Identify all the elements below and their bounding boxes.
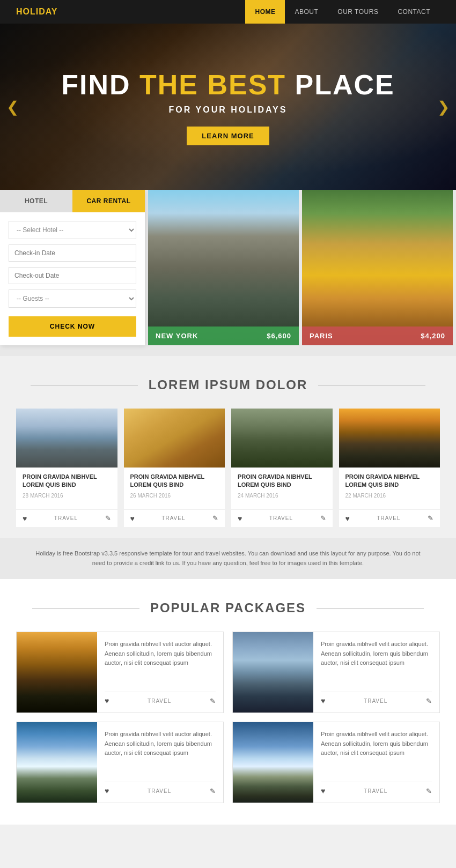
paris-city: PARIS: [310, 332, 333, 340]
package-footer-3: ♥ TRAVEL ✎: [105, 782, 216, 795]
tour-date-4: 22 MARCH 2016: [345, 493, 434, 499]
hero-title-part2: PLACE: [286, 69, 395, 100]
newyork-label: NEW YORK $6,600: [148, 327, 299, 345]
checkout-input[interactable]: [9, 267, 136, 284]
package-tag-3: TRAVEL: [113, 788, 205, 794]
package-content-3: Proin gravida nibhvell velit auctor aliq…: [97, 722, 223, 803]
booking-section: HOTEL CAR RENTAL -- Select Hotel -- -- G…: [0, 190, 456, 356]
nav-link-home[interactable]: HOME: [245, 0, 285, 24]
booking-panel: HOTEL CAR RENTAL -- Select Hotel -- -- G…: [0, 190, 145, 345]
package-tag-1: TRAVEL: [113, 698, 205, 704]
package-edit-icon-2[interactable]: ✎: [426, 697, 432, 705]
package-content-1: Proin gravida nibhvell velit auctor aliq…: [97, 632, 223, 713]
hero-section: ❮ FIND THE BEST PLACE FOR YOUR HOLIDAYS …: [0, 24, 456, 190]
hero-title: FIND THE BEST PLACE: [61, 69, 395, 101]
popular-section: POPULAR PACKAGES Proin gravida nibhvell …: [0, 579, 456, 825]
guests-select[interactable]: -- Guests --: [9, 290, 136, 308]
package-footer-1: ♥ TRAVEL ✎: [105, 692, 216, 705]
section1-line-left: [31, 385, 138, 385]
tour-title-4: PROIN GRAVIDA NIBHVEL LOREM QUIS BIND: [345, 473, 434, 489]
tour-card-3: PROIN GRAVIDA NIBHVEL LOREM QUIS BIND 24…: [231, 409, 333, 527]
package-image-1: [17, 632, 97, 713]
tour-heart-icon-3[interactable]: ♥: [238, 514, 242, 523]
tour-footer-3: ♥ TRAVEL ✎: [231, 509, 333, 527]
nav-link-about[interactable]: ABOUT: [285, 0, 328, 24]
package-desc-4: Proin gravida nibhvell velit auctor aliq…: [321, 730, 432, 758]
hero-prev-arrow[interactable]: ❮: [6, 98, 19, 116]
hero-cta-button[interactable]: LEARN MORE: [187, 127, 269, 145]
tour-heart-icon-1[interactable]: ♥: [23, 514, 27, 523]
site-logo: HOLIDAY: [16, 7, 245, 17]
package-desc-3: Proin gravida nibhvell velit auctor aliq…: [105, 730, 216, 758]
package-edit-icon-4[interactable]: ✎: [426, 787, 432, 795]
tour-date-1: 28 MARCH 2016: [23, 493, 111, 499]
description-text: Holiday is free Bootstrap v3.3.5 respons…: [32, 548, 424, 568]
nav-link-tours[interactable]: OUR TOURS: [328, 0, 388, 24]
paris-image: [302, 190, 453, 345]
hotel-select[interactable]: -- Select Hotel --: [9, 221, 136, 239]
package-card-1: Proin gravida nibhvell velit auctor aliq…: [16, 632, 224, 713]
destinations-list: NEW YORK $6,600 PARIS $4,200: [145, 190, 456, 345]
package-card-4: Proin gravida nibhvell velit auctor aliq…: [232, 722, 440, 803]
newyork-price: $6,600: [267, 332, 291, 340]
tour-tag-2: TRAVEL: [139, 515, 208, 521]
tour-content-2: PROIN GRAVIDA NIBHVEL LOREM QUIS BIND 26…: [124, 468, 225, 509]
tour-image-2: [124, 409, 225, 468]
tour-tag-3: TRAVEL: [246, 515, 315, 521]
tour-title-1: PROIN GRAVIDA NIBHVEL LOREM QUIS BIND: [23, 473, 111, 489]
tour-date-2: 26 MARCH 2016: [130, 493, 219, 499]
tour-title-3: PROIN GRAVIDA NIBHVEL LOREM QUIS BIND: [238, 473, 326, 489]
booking-form: -- Select Hotel -- -- Guests -- CHECK NO…: [0, 212, 145, 345]
package-image-2: [233, 632, 313, 713]
destination-newyork: NEW YORK $6,600: [148, 190, 299, 345]
nav-link-contact[interactable]: CONTACT: [388, 0, 440, 24]
hero-title-part1: FIND: [61, 69, 139, 100]
tour-heart-icon-2[interactable]: ♥: [130, 514, 135, 523]
package-heart-icon-1[interactable]: ♥: [105, 696, 109, 705]
tour-edit-icon-4[interactable]: ✎: [428, 514, 433, 522]
tour-heart-icon-4[interactable]: ♥: [345, 514, 350, 523]
section1-title-wrap: LOREM IPSUM DOLOR: [0, 356, 456, 409]
tour-tag-1: TRAVEL: [31, 515, 100, 521]
package-footer-2: ♥ TRAVEL ✎: [321, 692, 432, 705]
tour-content-3: PROIN GRAVIDA NIBHVEL LOREM QUIS BIND 24…: [231, 468, 333, 509]
tour-tag-4: TRAVEL: [354, 515, 423, 521]
package-heart-icon-4[interactable]: ♥: [321, 787, 325, 795]
description-section: Holiday is free Bootstrap v3.3.5 respons…: [0, 538, 456, 579]
tour-footer-2: ♥ TRAVEL ✎: [124, 509, 225, 527]
tour-edit-icon-3[interactable]: ✎: [320, 514, 326, 522]
package-footer-4: ♥ TRAVEL ✎: [321, 782, 432, 795]
tour-content-1: PROIN GRAVIDA NIBHVEL LOREM QUIS BIND 28…: [16, 468, 117, 509]
tour-image-1: [16, 409, 117, 468]
section2-title: POPULAR PACKAGES: [150, 600, 306, 615]
tour-footer-1: ♥ TRAVEL ✎: [16, 509, 117, 527]
tours-grid: PROIN GRAVIDA NIBHVEL LOREM QUIS BIND 28…: [0, 409, 456, 538]
tour-edit-icon-1[interactable]: ✎: [105, 514, 111, 522]
tour-edit-icon-2[interactable]: ✎: [212, 514, 218, 522]
package-card-2: Proin gravida nibhvell velit auctor aliq…: [232, 632, 440, 713]
check-now-button[interactable]: CHECK NOW: [9, 316, 136, 337]
section2-title-wrap: POPULAR PACKAGES: [0, 579, 456, 632]
hero-next-arrow[interactable]: ❯: [437, 98, 450, 116]
package-image-3: [17, 722, 97, 803]
package-edit-icon-1[interactable]: ✎: [210, 697, 216, 705]
package-image-4: [233, 722, 313, 803]
tab-hotel[interactable]: HOTEL: [0, 190, 72, 212]
package-edit-icon-3[interactable]: ✎: [210, 787, 216, 795]
package-heart-icon-2[interactable]: ♥: [321, 696, 325, 705]
package-content-4: Proin gravida nibhvell velit auctor aliq…: [313, 722, 439, 803]
newyork-image: [148, 190, 299, 345]
packages-grid: Proin gravida nibhvell velit auctor aliq…: [0, 632, 456, 803]
tab-car-rental[interactable]: CAR RENTAL: [72, 190, 145, 212]
paris-price: $4,200: [421, 332, 445, 340]
tour-image-3: [231, 409, 333, 468]
nav-links: HOME ABOUT OUR TOURS CONTACT: [245, 0, 440, 24]
package-heart-icon-3[interactable]: ♥: [105, 787, 109, 795]
section2-line-right: [317, 608, 424, 609]
hero-title-highlight: THE BEST: [139, 69, 286, 100]
checkin-input[interactable]: [9, 244, 136, 262]
navbar: HOLIDAY HOME ABOUT OUR TOURS CONTACT: [0, 0, 456, 24]
package-desc-2: Proin gravida nibhvell velit auctor aliq…: [321, 640, 432, 668]
hero-subtitle: FOR YOUR HOLIDAYS: [169, 105, 288, 115]
section1-title: LOREM IPSUM DOLOR: [149, 377, 308, 392]
